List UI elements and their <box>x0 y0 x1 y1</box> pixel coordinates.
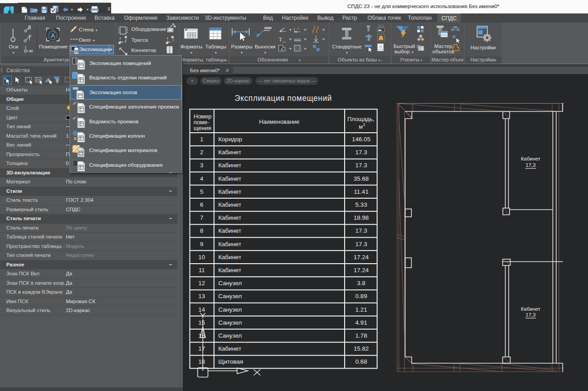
svg-text:15: 15 <box>198 319 205 326</box>
svg-text:12: 12 <box>198 280 205 287</box>
svg-text:Кабинет: Кабинет <box>218 227 241 234</box>
svg-text:A: A <box>281 47 283 52</box>
svg-text:Кабинет: Кабинет <box>218 345 241 352</box>
svg-text:146.05: 146.05 <box>352 136 370 143</box>
svg-text:17: 17 <box>198 345 205 352</box>
svg-text:Кабинет: Кабинет <box>218 254 241 261</box>
svg-text:9: 9 <box>200 241 203 248</box>
svg-text:4.91: 4.91 <box>355 319 367 326</box>
svg-text:Кабинет: Кабинет <box>218 175 241 182</box>
svg-text:0.68: 0.68 <box>355 358 367 365</box>
svg-text:Кабинет: Кабинет <box>218 267 241 274</box>
svg-text:18.98: 18.98 <box>354 214 369 221</box>
svg-text:15.82: 15.82 <box>354 345 369 352</box>
svg-text:Кабинет: Кабинет <box>218 241 241 248</box>
svg-text:Коридор: Коридор <box>218 136 242 143</box>
svg-text:Наименование: Наименование <box>259 118 299 125</box>
svg-text:Санузел: Санузел <box>218 293 242 300</box>
svg-text:14: 14 <box>198 306 205 313</box>
svg-text:T: T <box>279 36 282 43</box>
svg-text:17.3: 17.3 <box>355 241 367 248</box>
svg-text:1: 1 <box>200 136 203 143</box>
svg-text:17,3: 17,3 <box>526 312 536 317</box>
svg-text:3.8: 3.8 <box>357 280 366 287</box>
svg-text:7: 7 <box>200 214 203 221</box>
svg-text:5: 5 <box>200 188 203 195</box>
svg-text:щения: щения <box>194 125 211 131</box>
svg-text:17.24: 17.24 <box>354 267 369 274</box>
svg-text:Экспликация помещений: Экспликация помещений <box>234 94 332 103</box>
svg-text:17.3: 17.3 <box>355 162 367 169</box>
svg-text:Кабинет: Кабинет <box>218 201 241 208</box>
svg-text:A: A <box>297 26 299 31</box>
svg-text:м: м <box>359 123 363 130</box>
svg-text:A: A <box>379 44 382 49</box>
svg-text:Площадь,: Площадь, <box>347 116 374 122</box>
svg-text:Кабинет: Кабинет <box>521 156 540 161</box>
svg-text:6: 6 <box>200 201 203 208</box>
svg-text:Щитовая: Щитовая <box>218 358 243 365</box>
svg-text:17.3: 17.3 <box>355 149 367 156</box>
svg-text:Кабинет: Кабинет <box>218 162 241 169</box>
svg-text:Кабинет: Кабинет <box>218 188 241 195</box>
svg-text:1.21: 1.21 <box>355 306 367 313</box>
svg-text:17.24: 17.24 <box>354 254 369 261</box>
svg-text:Санузел: Санузел <box>218 306 242 313</box>
svg-text:4: 4 <box>200 175 203 182</box>
svg-text:10: 10 <box>198 254 205 261</box>
svg-text:1.78: 1.78 <box>355 332 367 339</box>
svg-text:5.33: 5.33 <box>355 201 367 208</box>
svg-text:3: 3 <box>200 162 203 169</box>
svg-text:2: 2 <box>363 122 365 127</box>
svg-text:11: 11 <box>199 267 205 274</box>
svg-text:Кабинет: Кабинет <box>218 214 241 221</box>
svg-text:18: 18 <box>198 358 205 365</box>
svg-text:Кабинет: Кабинет <box>218 149 241 156</box>
svg-text:0.89: 0.89 <box>355 293 367 300</box>
svg-text:13: 13 <box>198 293 205 300</box>
svg-text:8: 8 <box>200 227 203 234</box>
svg-text:Санузел: Санузел <box>218 319 242 326</box>
svg-text:35.68: 35.68 <box>354 175 369 182</box>
svg-text:сп: сп <box>282 40 286 44</box>
svg-text:Кабинет: Кабинет <box>521 306 540 312</box>
svg-text:2: 2 <box>200 149 203 156</box>
svg-text:Санузел: Санузел <box>218 332 242 339</box>
svg-text:Санузел: Санузел <box>218 280 242 287</box>
svg-text:11.41: 11.41 <box>354 188 369 195</box>
svg-text:A: A <box>51 32 55 39</box>
svg-text:17,3: 17,3 <box>526 162 536 168</box>
svg-text:17.3: 17.3 <box>355 227 367 234</box>
